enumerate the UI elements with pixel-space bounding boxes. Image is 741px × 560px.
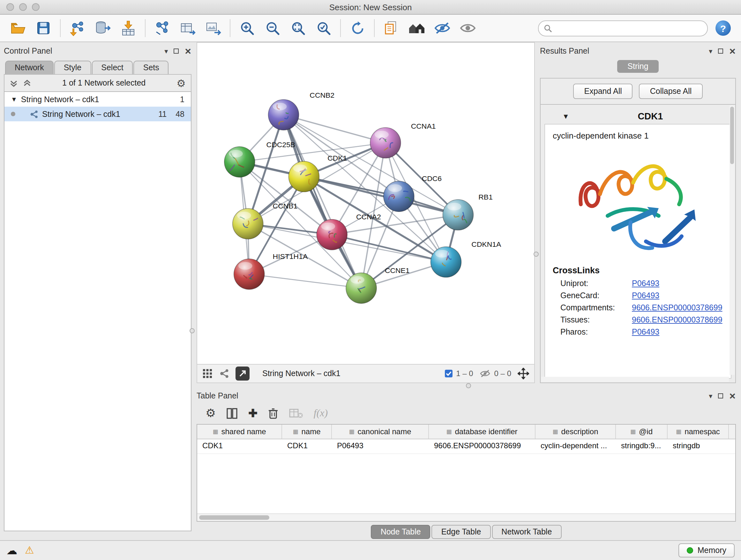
collapse-all-button[interactable]: Collapse All (639, 84, 703, 99)
network-overview-icon[interactable] (219, 368, 229, 379)
network-collection-row[interactable]: ▼ String Network – cdk1 1 (4, 92, 191, 107)
grid-view-icon[interactable] (202, 368, 212, 379)
collapse-panel-icon[interactable]: ▾ (709, 392, 712, 399)
memory-button[interactable]: Memory (678, 543, 735, 557)
column-header-canonical-name[interactable]: ▦canonical name (332, 425, 429, 439)
zoom-selected-button[interactable] (311, 17, 336, 40)
tab-sets[interactable]: Sets (134, 61, 169, 74)
crosslink-value-link[interactable]: P06493 (632, 291, 659, 300)
network-node-CCNB2[interactable] (268, 100, 299, 130)
network-node-CDC6[interactable] (384, 181, 414, 212)
zoom-fit-button[interactable] (285, 17, 311, 40)
tab-string[interactable]: String (617, 60, 658, 73)
minimize-window-button[interactable] (19, 3, 27, 11)
crosslink-value-link[interactable]: P06493 (632, 327, 659, 336)
copy-style-button[interactable] (379, 17, 404, 40)
show-columns-icon[interactable] (226, 407, 238, 419)
network-node-CCNB1[interactable] (232, 208, 263, 239)
column-header-name[interactable]: ▦name (282, 425, 332, 439)
network-edge[interactable] (249, 274, 361, 288)
close-panel-icon[interactable]: ✕ (729, 47, 736, 55)
float-panel-icon[interactable] (718, 49, 723, 54)
scrollbar-thumb[interactable] (199, 515, 269, 520)
hide-selected-button[interactable] (429, 17, 455, 40)
zoom-fit-icon (290, 20, 306, 36)
network-node-CDC25B[interactable] (224, 146, 255, 177)
new-table-button[interactable] (175, 17, 200, 40)
expand-all-icon[interactable] (23, 79, 31, 87)
maximize-window-button[interactable] (32, 3, 40, 11)
apply-layout-button[interactable] (345, 17, 370, 40)
search-box[interactable] (538, 20, 708, 36)
column-header-shared-name[interactable]: ▦shared name (197, 425, 282, 439)
home-button[interactable] (404, 17, 429, 40)
table-row[interactable]: CDK1CDK1P064939606.ENSP00000378699cyclin… (197, 439, 735, 454)
tab-network-table[interactable]: Network Table (492, 525, 561, 539)
protein-section-header[interactable]: ▼ CDK1 (544, 109, 731, 124)
results-horizontal-scrollbar[interactable] (541, 377, 729, 382)
table-settings-gear-icon[interactable]: ⚙ (205, 406, 216, 420)
float-panel-icon[interactable] (718, 393, 723, 398)
warning-icon[interactable]: ⚠ (25, 545, 34, 556)
column-header-description[interactable]: ▦description (536, 425, 616, 439)
network-node-CCNA1[interactable] (370, 127, 401, 158)
tab-edge-table[interactable]: Edge Table (432, 525, 491, 539)
help-button[interactable]: ? (716, 20, 731, 36)
crosslink-value-link[interactable]: P06493 (632, 279, 659, 288)
open-session-button[interactable] (5, 17, 30, 40)
eye-slash-small-icon (480, 369, 491, 378)
float-panel-icon[interactable] (174, 49, 179, 54)
section-caret-icon[interactable]: ▼ (562, 113, 569, 120)
zoom-out-button[interactable] (260, 17, 285, 40)
table-horizontal-scrollbar[interactable] (197, 513, 735, 521)
network-node-CDKN1A[interactable] (431, 247, 461, 277)
delete-column-icon[interactable] (268, 407, 279, 419)
network-node-CCNA2[interactable] (317, 219, 347, 250)
column-header-namespac[interactable]: ▦namespac (668, 425, 729, 439)
splitter-handle[interactable] (190, 328, 195, 333)
cloud-status-icon[interactable]: ☁ (6, 545, 17, 556)
results-vertical-scrollbar[interactable] (730, 105, 735, 375)
import-network-database-button[interactable] (90, 17, 116, 40)
export-image-button[interactable] (200, 17, 226, 40)
close-panel-icon[interactable]: ✕ (185, 47, 192, 55)
annotation-mode-button[interactable] (235, 367, 250, 381)
collapse-all-icon[interactable] (10, 79, 18, 87)
tab-style[interactable]: Style (54, 61, 91, 74)
close-window-button[interactable] (6, 3, 14, 11)
import-table-button[interactable] (116, 17, 141, 40)
collapse-panel-icon[interactable]: ▾ (709, 48, 712, 55)
network-view[interactable]: CCNB2CCNA1CDC25BCDK1CDC6RB1CCNB1CCNA2CDK… (197, 42, 535, 365)
network-canvas[interactable]: CCNB2CCNA1CDC25BCDK1CDC6RB1CCNB1CCNA2CDK… (197, 43, 534, 364)
crosslink-value-link[interactable]: 9606.ENSP00000378699 (632, 303, 723, 312)
splitter-handle[interactable] (466, 383, 471, 388)
gear-icon[interactable]: ⚙ (177, 77, 186, 89)
tab-select[interactable]: Select (91, 61, 133, 74)
splitter-handle[interactable] (534, 252, 539, 257)
network-row-selected[interactable]: String Network – cdk1 11 48 (4, 107, 191, 121)
show-all-button[interactable] (455, 17, 481, 40)
crosslink-value-link[interactable]: 9606.ENSP00000378699 (632, 315, 723, 324)
control-panel-title: Control Panel (4, 47, 52, 56)
network-node-CCNE1[interactable] (346, 273, 377, 304)
network-node-CDK1[interactable] (288, 161, 319, 192)
add-column-icon[interactable]: ✚ (248, 407, 258, 420)
pan-mode-icon[interactable] (518, 368, 529, 379)
zoom-in-button[interactable] (234, 17, 260, 40)
column-header-database-identifier[interactable]: ▦database identifier (429, 425, 536, 439)
expand-all-button[interactable]: Expand All (574, 84, 633, 99)
network-node-RB1[interactable] (443, 199, 474, 230)
network-node-HIST1H1A[interactable] (234, 259, 265, 290)
import-network-file-button[interactable] (64, 17, 90, 40)
tab-network[interactable]: Network (5, 61, 54, 74)
tab-node-table[interactable]: Node Table (371, 525, 430, 539)
search-input[interactable] (556, 23, 702, 33)
save-session-button[interactable] (30, 17, 56, 40)
column-header-@id[interactable]: ▦@id (616, 425, 668, 439)
network-view-title: String Network – cdk1 (262, 369, 437, 378)
close-panel-icon[interactable]: ✕ (729, 392, 736, 400)
tree-caret-icon[interactable]: ▼ (11, 96, 17, 103)
new-network-button[interactable] (149, 17, 175, 40)
collapse-panel-icon[interactable]: ▾ (164, 48, 168, 55)
content-area: Control Panel ▾ ✕ NetworkStyleSelectSets… (0, 42, 741, 540)
